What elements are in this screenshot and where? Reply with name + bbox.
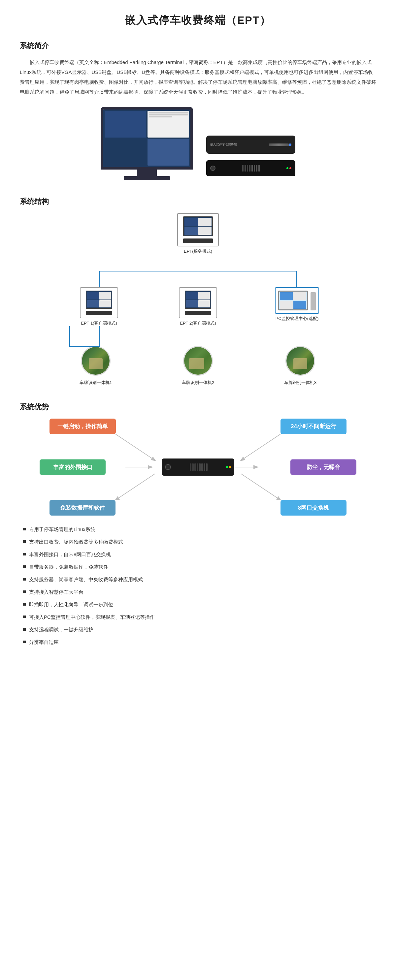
adv-middle-area: 丰富的外围接口 <box>40 434 356 500</box>
ept1-label: EPT 1(客户端模式) <box>81 320 117 326</box>
feature-8: 可接入PC监控管理中心软件，实现报表、车辆登记等操作 <box>23 613 376 621</box>
adv-top-row: 一键启动，操作简单 24小时不间断运行 <box>40 418 356 434</box>
adv-box-top-left: 一键启动，操作简单 <box>50 418 116 434</box>
feature-text-8: 可接入PC监控管理中心软件，实现报表、车辆登记等操作 <box>29 613 155 621</box>
feature-7: 即插即用，人性化向导，调试一步到位 <box>23 601 376 609</box>
v-drop-mid <box>198 271 198 287</box>
cam1-circle <box>81 346 110 376</box>
feature-text-9: 支持远程调试，一键升级维护 <box>29 626 93 634</box>
cam1-h-line <box>69 346 100 347</box>
device-indicators <box>281 143 291 146</box>
structure-title: 系统结构 <box>20 197 376 207</box>
feature-text-10: 分辨率自适应 <box>29 638 59 646</box>
advantages-section: 系统优势 一键启动，操作简单 24小时不间断运行 丰富的外围接口 <box>20 402 376 646</box>
ept1-down-line <box>99 326 100 346</box>
feature-6: 支持接入智慧停车大平台 <box>23 588 376 596</box>
slim-leds <box>286 167 291 169</box>
port-row <box>217 165 284 172</box>
feature-text-1: 专用于停车场管理的Linux系统 <box>29 525 95 533</box>
cam-lines-area <box>63 326 333 346</box>
monitor-product <box>101 107 193 180</box>
feature-text-2: 支持出口收费、场内预缴费等多种缴费模式 <box>29 538 123 546</box>
structure-section: 系统结构 EPT(服务模式) <box>20 197 376 386</box>
led-blue <box>289 143 291 146</box>
ept2-node: EPT 2(客户端模式) <box>162 287 234 326</box>
bullet-4 <box>23 565 26 568</box>
bullet-8 <box>23 616 26 618</box>
cam3-item: 车牌识别一体机3 <box>271 346 330 386</box>
feature-4: 自带服务器，免装数据库，免装软件 <box>23 563 376 571</box>
cam1-item: 车牌识别一体机1 <box>66 346 125 386</box>
monitor-screen <box>103 110 190 167</box>
pc-node: PC监控管理中心(选配) <box>261 287 333 326</box>
bullet-9 <box>23 628 26 631</box>
adv-box-top-right: 24小时不间断运行 <box>281 418 346 434</box>
branch-area <box>63 271 333 287</box>
cam3-label: 车牌识别一体机3 <box>284 380 316 386</box>
pc-monitor-mini <box>278 291 308 310</box>
ept2-box <box>179 287 217 318</box>
svg-line-5 <box>241 474 281 500</box>
ept-server-box <box>177 213 219 247</box>
adv-box-left: 丰富的外围接口 <box>40 460 105 475</box>
ept2-screen <box>185 291 211 309</box>
feature-10: 分辨率自适应 <box>23 638 376 646</box>
adv-box-bottom-right: 8网口交换机 <box>281 500 346 515</box>
ept-server-node: EPT(服务模式) <box>177 213 219 254</box>
v-drop-left <box>99 271 100 287</box>
cam3-img <box>286 347 314 375</box>
mini-p4 <box>198 227 212 235</box>
intro-content: 嵌入式停车收费终端（英文全称：Embedded Parking Charge T… <box>20 57 376 97</box>
feature-9: 支持远程调试，一键升级维护 <box>23 626 376 634</box>
features-list: 专用于停车场管理的Linux系统 支持出口收费、场内预缴费等多种缴费模式 丰富外… <box>20 525 376 646</box>
cam1-img <box>82 347 110 375</box>
device-box-1: 嵌入式停车收费终端 <box>206 135 295 154</box>
device-box-slim <box>206 160 295 176</box>
feature-text-3: 丰富外围接口，自带8网口百兆交换机 <box>29 550 111 558</box>
svg-line-4 <box>115 474 155 500</box>
page-wrapper: 嵌入式停车收费终端（EPT） 系统简介 嵌入式停车收费终端（英文全称：Embed… <box>0 0 396 673</box>
monitor-stand <box>137 170 157 176</box>
cam2-label: 车牌识别一体机2 <box>182 380 214 386</box>
device-label-1: 嵌入式停车收费终端 <box>210 143 291 147</box>
pc-box <box>275 287 319 314</box>
vert-line-top <box>198 258 198 271</box>
feature-text-4: 自带服务器，免装数据库，免装软件 <box>29 563 108 571</box>
feature-1: 专用于停车场管理的Linux系统 <box>23 525 376 533</box>
monitor-base <box>124 176 170 180</box>
device-boxes: 嵌入式停车收费终端 <box>206 135 295 176</box>
adv-center-device <box>162 458 234 476</box>
pc-tower <box>311 292 316 310</box>
ept2-down-line <box>198 326 198 346</box>
camera-nodes-row: 车牌识别一体机1 车牌识别一体机2 <box>63 346 333 386</box>
ept-server-label: EPT(服务模式) <box>184 248 212 254</box>
intro-title: 系统简介 <box>20 41 376 51</box>
screen-panel-3 <box>105 139 146 165</box>
cam2-circle <box>183 346 213 376</box>
cam1-v-line <box>69 326 70 347</box>
device-port-circle <box>165 464 171 470</box>
screen-line-3 <box>149 116 172 118</box>
bullet-5 <box>23 578 26 581</box>
adv-box-right: 防尘，无噪音 <box>291 460 356 475</box>
ept-mini-screen <box>183 216 213 236</box>
structure-diagram: EPT(服务模式) <box>20 213 376 386</box>
cam2-img <box>184 347 212 375</box>
mini-p1 <box>184 218 198 226</box>
ept1-box <box>80 287 118 318</box>
device-ports <box>173 463 224 471</box>
led-red <box>285 143 287 146</box>
ept1-node: EPT 1(客户端模式) <box>63 287 135 326</box>
screen-panel-2 <box>147 111 189 138</box>
feature-2: 支持出口收费、场内预缴费等多种缴费模式 <box>23 538 376 546</box>
svg-line-1 <box>241 434 281 460</box>
svg-line-0 <box>115 434 155 460</box>
cam1-label: 车牌识别一体机1 <box>80 380 112 386</box>
ept2-label: EPT 2(客户端模式) <box>180 320 216 326</box>
bullet-6 <box>23 590 26 593</box>
bullet-2 <box>23 540 26 543</box>
cam2-item: 车牌识别一体机2 <box>168 346 228 386</box>
branch-nodes-row: EPT 1(客户端模式) EPT 2(客户端模式) <box>63 287 333 326</box>
device-status-leds <box>226 466 231 468</box>
ept1-device <box>86 311 112 315</box>
